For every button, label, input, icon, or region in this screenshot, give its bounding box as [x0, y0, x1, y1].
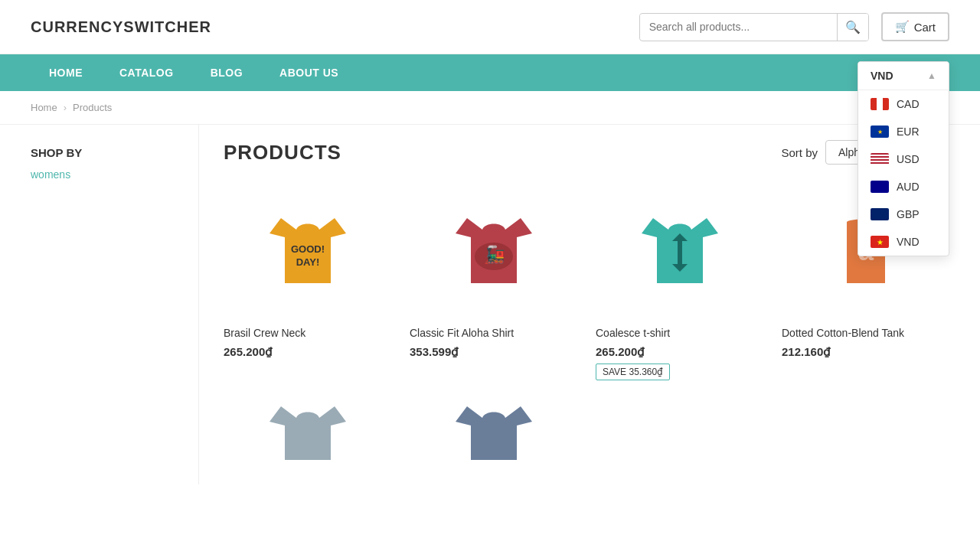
- flag-eu: ★: [871, 126, 889, 138]
- nav-item-home[interactable]: HOME: [31, 54, 101, 91]
- product-image-aloha: 🚂: [410, 180, 577, 318]
- shirt-svg-gray: [254, 399, 361, 460]
- sidebar-link-womens[interactable]: womens: [31, 168, 70, 181]
- product-card-brasil[interactable]: GOOD! DAY! Brasil Crew Neck 265.200₫: [224, 180, 391, 380]
- svg-text:DAY!: DAY!: [296, 256, 319, 268]
- svg-text:🚂: 🚂: [483, 244, 505, 265]
- nav-link-home[interactable]: HOME: [31, 54, 101, 91]
- nav-item-about[interactable]: ABOUT US: [261, 54, 357, 91]
- header: CURRENCYSWITCHER 🔍 🛒 Cart: [0, 0, 980, 54]
- current-currency: VND: [871, 70, 893, 82]
- product-image-blue: [410, 399, 577, 460]
- currency-item-eur[interactable]: ★ EUR: [858, 118, 949, 145]
- currency-item-gbp[interactable]: GBP: [858, 201, 949, 228]
- cart-icon: 🛒: [895, 20, 910, 34]
- shirt-svg-coalesce: [626, 195, 733, 302]
- breadcrumb-current: Products: [73, 102, 112, 113]
- nav: HOME CATALOG BLOG ABOUT US: [0, 54, 980, 91]
- product-price-aloha: 353.599₫: [410, 345, 577, 359]
- nav-link-about[interactable]: ABOUT US: [261, 54, 357, 91]
- cad-label: CAD: [897, 98, 920, 110]
- product-price-brasil: 265.200₫: [224, 345, 391, 359]
- breadcrumb-separator: ›: [64, 102, 67, 113]
- nav-link-catalog[interactable]: CATALOG: [101, 54, 192, 91]
- search-button[interactable]: 🔍: [837, 14, 868, 41]
- sort-label: Sort by: [781, 146, 818, 159]
- cart-button[interactable]: 🛒 Cart: [881, 12, 949, 41]
- flag-us: [871, 153, 889, 165]
- nav-item-catalog[interactable]: CATALOG: [101, 54, 192, 91]
- product-name-dotted: Dotted Cotton-Blend Tank: [782, 327, 949, 339]
- cart-label: Cart: [914, 21, 936, 34]
- product-image-gray: [224, 399, 391, 460]
- currency-item-usd[interactable]: USD: [858, 145, 949, 173]
- aud-label: AUD: [897, 181, 920, 193]
- shirt-svg-aloha: 🚂: [440, 195, 547, 302]
- product-price-dotted: 212.160₫: [782, 345, 949, 359]
- product-grid: GOOD! DAY! Brasil Crew Neck 265.200₫ 🚂 C…: [224, 180, 949, 469]
- nav-item-blog[interactable]: BLOG: [192, 54, 261, 91]
- products-title: PRODUCTS: [224, 141, 341, 165]
- svg-rect-4: [678, 237, 682, 268]
- product-card-blue[interactable]: [410, 399, 577, 469]
- nav-link-blog[interactable]: BLOG: [192, 54, 261, 91]
- product-card-coalesce[interactable]: Coalesce t-shirt 265.200₫ SAVE 35.360₫: [596, 180, 763, 380]
- products-section: PRODUCTS Sort by Alphabetically, A-Z Alp…: [199, 125, 949, 484]
- currency-dropdown-header: VND ▲: [858, 62, 949, 90]
- nav-list: HOME CATALOG BLOG ABOUT US: [31, 54, 949, 91]
- shirt-svg-blue: [440, 399, 547, 460]
- currency-item-vnd[interactable]: VND: [858, 228, 949, 256]
- product-name-coalesce: Coalesce t-shirt: [596, 327, 763, 339]
- products-header: PRODUCTS Sort by Alphabetically, A-Z Alp…: [224, 140, 949, 165]
- logo: CURRENCYSWITCHER: [31, 18, 211, 36]
- breadcrumb-home[interactable]: Home: [31, 102, 57, 113]
- shirt-svg-brasil: GOOD! DAY!: [254, 195, 361, 302]
- product-name-aloha: Classic Fit Aloha Shirt: [410, 327, 577, 339]
- product-image-brasil: GOOD! DAY!: [224, 180, 391, 318]
- flag-gb: [871, 208, 889, 220]
- currency-item-aud[interactable]: AUD: [858, 173, 949, 201]
- currency-item-cad[interactable]: CAD: [858, 90, 949, 118]
- eur-label: EUR: [897, 126, 920, 138]
- product-card-aloha[interactable]: 🚂 Classic Fit Aloha Shirt 353.599₫: [410, 180, 577, 380]
- vnd-label: VND: [897, 236, 920, 248]
- currency-dropdown: VND ▲ CAD ★ EUR USD AUD GBP VND: [858, 61, 949, 256]
- svg-text:GOOD!: GOOD!: [290, 243, 324, 255]
- sidebar: SHOP BY womens: [31, 125, 199, 484]
- gbp-label: GBP: [897, 208, 920, 220]
- main-content: SHOP BY womens PRODUCTS Sort by Alphabet…: [0, 125, 980, 484]
- product-name-brasil: Brasil Crew Neck: [224, 327, 391, 339]
- breadcrumb: Home › Products: [0, 91, 980, 125]
- product-image-coalesce: [596, 180, 763, 318]
- product-price-coalesce: 265.200₫: [596, 345, 763, 359]
- search-input[interactable]: [640, 15, 837, 39]
- flag-canada: [871, 98, 889, 110]
- product-card-gray[interactable]: [224, 399, 391, 469]
- flag-au: [871, 181, 889, 193]
- sidebar-title: SHOP BY: [31, 146, 183, 159]
- usd-label: USD: [897, 153, 920, 165]
- save-badge-coalesce: SAVE 35.360₫: [596, 364, 670, 380]
- search-bar: 🔍: [639, 13, 869, 41]
- up-arrow-icon[interactable]: ▲: [927, 70, 936, 81]
- flag-vn: [871, 236, 889, 248]
- header-right: 🔍 🛒 Cart: [639, 12, 949, 41]
